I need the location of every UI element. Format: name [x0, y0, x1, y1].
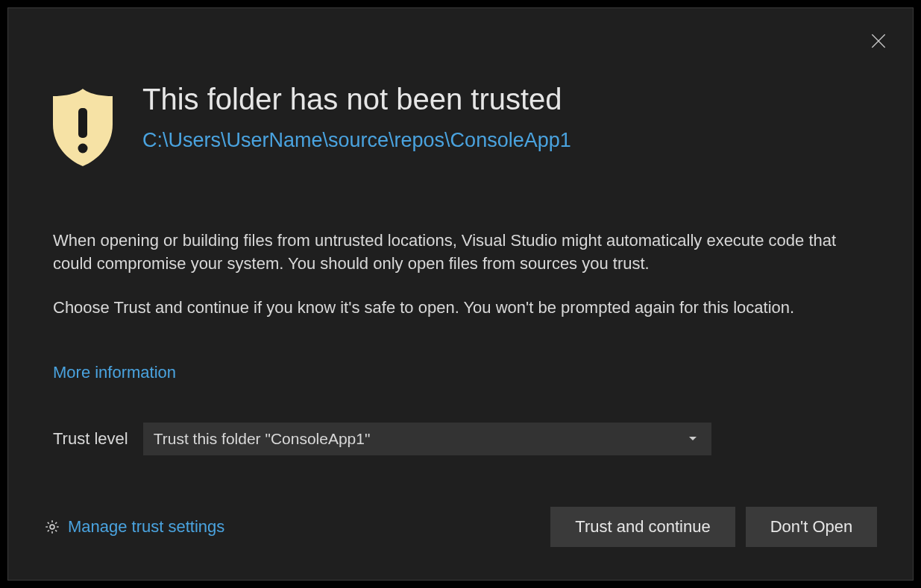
- chevron-down-icon: [689, 437, 697, 440]
- more-information-link[interactable]: More information: [53, 363, 176, 382]
- shield-warning-icon: [45, 86, 120, 169]
- trust-level-row: Trust level Trust this folder "ConsoleAp…: [53, 423, 868, 455]
- dialog-header: This folder has not been trusted C:\User…: [8, 8, 913, 169]
- svg-point-2: [50, 525, 54, 529]
- gear-icon: [44, 519, 60, 535]
- svg-point-1: [78, 144, 88, 154]
- trust-level-select[interactable]: Trust this folder "ConsoleApp1": [143, 423, 711, 455]
- trust-dialog: This folder has not been trusted C:\User…: [7, 7, 914, 581]
- folder-path: C:\Users\UserName\source\repos\ConsoleAp…: [142, 127, 571, 154]
- manage-trust-settings-label: Manage trust settings: [68, 517, 224, 537]
- trust-level-label: Trust level: [53, 429, 128, 449]
- dialog-body: When opening or building files from untr…: [8, 169, 913, 455]
- close-button[interactable]: [868, 31, 889, 51]
- dialog-title: This folder has not been trusted: [142, 83, 571, 116]
- description-paragraph-1: When opening or building files from untr…: [53, 229, 868, 275]
- close-icon: [869, 31, 888, 51]
- description-paragraph-2: Choose Trust and continue if you know it…: [53, 296, 868, 319]
- trust-and-continue-button[interactable]: Trust and continue: [550, 507, 735, 547]
- trust-level-selected-value: Trust this folder "ConsoleApp1": [154, 430, 371, 448]
- manage-trust-settings-link[interactable]: Manage trust settings: [44, 517, 224, 537]
- dialog-footer: Manage trust settings Trust and continue…: [44, 507, 877, 547]
- svg-rect-0: [78, 108, 87, 138]
- header-text-block: This folder has not been trusted C:\User…: [142, 83, 571, 154]
- button-row: Trust and continue Don't Open: [550, 507, 877, 547]
- dont-open-button[interactable]: Don't Open: [746, 507, 877, 547]
